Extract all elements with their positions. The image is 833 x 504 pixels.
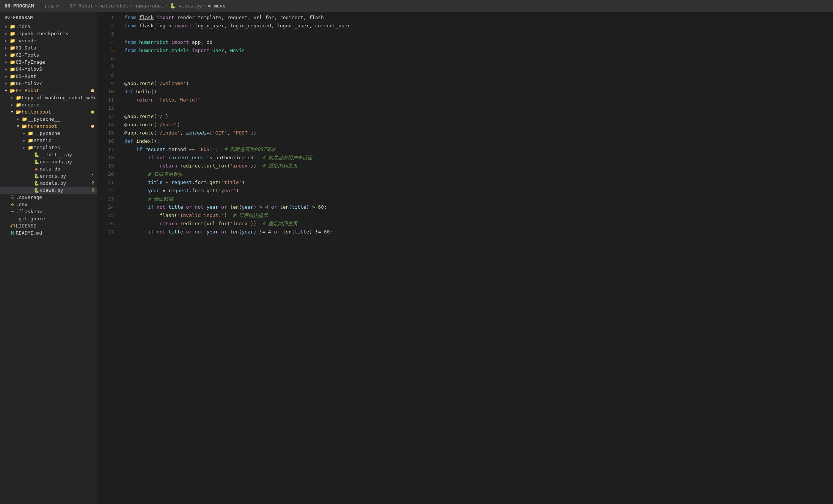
code-line: return redirect(url_for('index')) # 重定向回…: [124, 220, 827, 228]
line-num: 16: [97, 137, 118, 145]
code-line: @app.route('/index', methods=['GET', 'PO…: [124, 129, 827, 137]
sidebar-item-pycache2[interactable]: ▶ 📁 __pycache__: [0, 130, 97, 137]
sidebar-item-label: data.db: [40, 166, 97, 172]
sidebar-item-license[interactable]: 🏷 LICENSE: [0, 222, 97, 229]
sidebar-item-static[interactable]: ▶ 📁 static: [0, 137, 97, 144]
line-num: 7: [97, 63, 118, 71]
line-num: 25: [97, 211, 118, 220]
sidebar-item-views[interactable]: 🐍 views.py 2: [0, 187, 97, 194]
line-num: 1: [97, 13, 118, 22]
folder-icon: 📁: [27, 138, 34, 143]
sidebar-item-07robot[interactable]: ▼ 📂 07-Robot: [0, 87, 97, 94]
code-container: 1 2 3 4 5 6 7 8 9 10 11 12 13 14 15 16 1…: [97, 12, 833, 504]
sidebar-item-label: .vscode: [16, 38, 97, 43]
sidebar-item-01data[interactable]: ▶ 📁 01-Data: [0, 44, 97, 51]
sidebar-item-templates[interactable]: ▶ 📁 templates: [0, 144, 97, 151]
sidebar-item-env[interactable]: ⚙ .env: [0, 201, 97, 208]
breadcrumb-part2[interactable]: hellorobot: [99, 3, 128, 9]
line-num: 27: [97, 228, 118, 236]
code-line: # 获取表单数据: [124, 170, 827, 178]
refresh-icon[interactable]: ↻: [51, 3, 54, 9]
sidebar-item-datadb[interactable]: ◉ data.db: [0, 165, 97, 172]
db-icon: ◉: [33, 166, 40, 172]
sidebar-item-coverage[interactable]: ☰ .coverage: [0, 194, 97, 201]
sidebar-item-errors[interactable]: 🐍 errors.py 1: [0, 172, 97, 179]
modified-dot: [91, 111, 94, 114]
line-num: 10: [97, 88, 118, 96]
sidebar-item-hellorobot[interactable]: ▼ 📂 hellorobot: [0, 108, 97, 115]
sidebar-item-vscode[interactable]: ▶ 📁 .vscode: [0, 37, 97, 44]
collapse-icon[interactable]: ⇄: [56, 3, 59, 9]
sidebar-item-idea[interactable]: ▶ 📁 .idea: [0, 23, 97, 30]
folder-icon: 📁: [27, 145, 34, 150]
arrow-icon: ▶: [3, 39, 9, 43]
py-icon: 🐍: [33, 173, 40, 179]
py-icon: 🐍: [33, 159, 40, 165]
modified-dot: [91, 89, 94, 92]
sidebar-item-init[interactable]: 🐍 __init__.py: [0, 151, 97, 158]
line-num: 8: [97, 71, 118, 79]
license-icon: 🏷: [9, 223, 16, 229]
code-line: title = request.form.get('title'): [124, 178, 827, 187]
code-line: if not title or not year or len(year) !=…: [124, 228, 827, 236]
sidebar-item-04yolov5[interactable]: ▶ 📁 04-Yolov5: [0, 66, 97, 73]
line-num: 21: [97, 178, 118, 187]
folder-icon: 📂: [15, 109, 22, 115]
code-editor[interactable]: from flask import render_template, reque…: [118, 12, 833, 504]
line-num: 15: [97, 129, 118, 137]
sidebar-item-copyrobot[interactable]: ▶ 📁 Copy of washing_robot_web: [0, 94, 97, 101]
arrow-icon: ▼: [15, 124, 21, 128]
sidebar-item-05rust[interactable]: ▶ 📁 05-Rust: [0, 73, 97, 80]
line-num: 3: [97, 30, 118, 38]
breadcrumb: 07-Robot > hellorobot > humanrobot > 🐍 v…: [70, 3, 226, 9]
sidebar-item-label: errors.py: [40, 173, 88, 179]
sidebar-item-humanrobot[interactable]: ▼ 📂 humanrobot: [0, 123, 97, 130]
sidebar-item-flaskenv[interactable]: ☰ .flaskenv: [0, 208, 97, 215]
breadcrumb-part3[interactable]: humanrobot: [135, 3, 164, 9]
sidebar-item-label: 03-PyImage: [16, 59, 97, 65]
sidebar: 00-PROGRAM ▶ 📁 .idea ▶ 📁 .ipynb_checkpoi…: [0, 12, 97, 504]
sidebar-item-gitignore[interactable]: ⸻ .gitignore: [0, 215, 97, 222]
file-icon: ☰: [9, 209, 16, 214]
arrow-icon: ▶: [3, 31, 9, 36]
new-folder-icon[interactable]: ▢: [45, 3, 48, 9]
sidebar-item-dreame[interactable]: ▶ 📁 dreame: [0, 101, 97, 108]
git-icon: ⸻: [9, 216, 16, 221]
folder-icon: 📁: [9, 31, 16, 36]
line-num: 9: [97, 79, 118, 88]
code-line: @app.route('/home'): [124, 121, 827, 129]
sidebar-item-label: views.py: [40, 187, 88, 193]
sidebar-item-label: LICENSE: [16, 223, 97, 229]
folder-icon: 📁: [27, 131, 34, 136]
breadcrumb-part4[interactable]: 🐍 views.py: [170, 3, 202, 9]
sidebar-item-label: 04-Yolov5: [16, 66, 97, 72]
sidebar-item-readme[interactable]: M README.md: [0, 229, 97, 236]
new-file-icon[interactable]: □: [40, 3, 43, 9]
sidebar-item-pycache1[interactable]: ▶ 📁 __pycache__: [0, 115, 97, 123]
error-badge: 1: [88, 173, 94, 178]
breadcrumb-part5[interactable]: ⎈ move: [208, 3, 226, 9]
sidebar-item-label: .flaskenv: [16, 209, 97, 214]
sidebar-item-02tools[interactable]: ▶ 📁 02-Tools: [0, 51, 97, 58]
line-num: 11: [97, 96, 118, 104]
breadcrumb-part1[interactable]: 07-Robot: [70, 3, 93, 9]
title-bar: 00-PROGRAM □ ▢ ↻ ⇄ 07-Robot > hellorobot…: [0, 0, 833, 12]
folder-icon: 📁: [9, 24, 16, 29]
title-bar-icons: □ ▢ ↻ ⇄: [40, 3, 59, 9]
sidebar-item-ipynb[interactable]: ▶ 📁 .ipynb_checkpoints: [0, 30, 97, 37]
line-num: 18: [97, 154, 118, 162]
folder-icon: 📁: [15, 102, 22, 108]
line-num: 26: [97, 220, 118, 228]
sidebar-item-06yolov7[interactable]: ▶ 📁 06-Yolov7: [0, 80, 97, 87]
folder-icon: 📁: [21, 117, 28, 122]
sidebar-item-commands[interactable]: 🐍 commands.py: [0, 158, 97, 165]
sidebar-item-models[interactable]: 🐍 models.py 2: [0, 179, 97, 187]
arrow-icon: ▼: [3, 88, 9, 93]
editor-area[interactable]: 1 2 3 4 5 6 7 8 9 10 11 12 13 14 15 16 1…: [97, 12, 833, 504]
sidebar-item-label: 05-Rust: [16, 73, 97, 79]
code-line: return redirect(url_for('index')) # 重定向到…: [124, 162, 827, 170]
sidebar-item-03pyimage[interactable]: ▶ 📁 03-PyImage: [0, 58, 97, 66]
code-line: year = request.form.get('year'): [124, 187, 827, 195]
code-line: def index():: [124, 137, 827, 145]
code-line: [124, 55, 827, 63]
